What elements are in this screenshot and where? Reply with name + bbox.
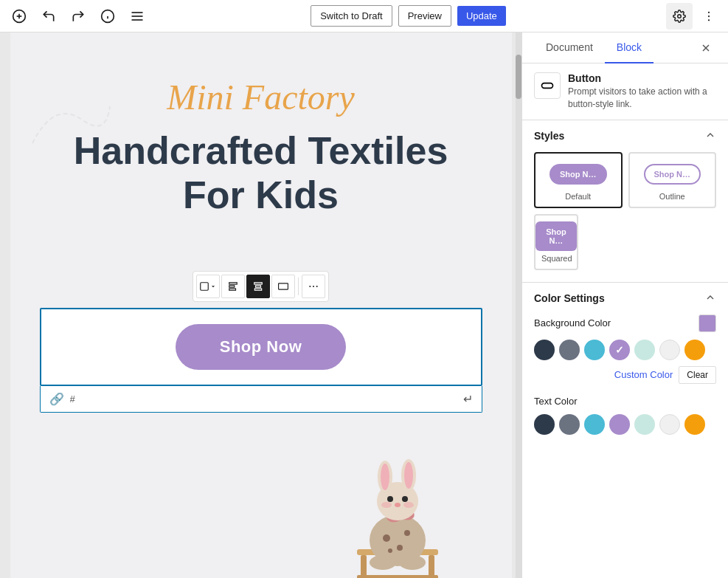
svg-point-30 <box>397 545 403 551</box>
clear-button[interactable]: Clear <box>679 366 716 384</box>
toolbar-more[interactable] <box>302 275 325 298</box>
color-settings-header[interactable]: Color Settings <box>534 283 716 314</box>
svg-rect-18 <box>256 285 261 286</box>
style-option-squared[interactable]: Shop N… Squared <box>534 214 578 270</box>
svg-point-11 <box>708 15 710 16</box>
hero: Mini Factory Handcrafted Textiles For Ki… <box>10 32 512 271</box>
main-area: Mini Factory Handcrafted Textiles For Ki… <box>0 32 728 578</box>
styles-chevron-icon <box>704 129 716 143</box>
tools-button[interactable] <box>124 3 150 30</box>
color-settings-title: Color Settings <box>534 292 605 304</box>
svg-rect-27 <box>357 575 438 578</box>
style-option-default[interactable]: Shop N… Default <box>534 152 623 208</box>
info-button[interactable] <box>94 3 121 30</box>
panel-tabs-group: Document Block <box>534 32 654 63</box>
svg-point-29 <box>383 534 390 542</box>
color-settings-chevron-icon <box>704 292 716 306</box>
style-label-default: Default <box>541 192 615 201</box>
text-color-dot-teal[interactable] <box>584 414 605 435</box>
svg-rect-13 <box>201 282 209 290</box>
color-dot-teal[interactable] <box>584 340 605 360</box>
url-bar: 🔗 ↵ <box>40 386 482 413</box>
color-dot-light-teal[interactable] <box>634 340 655 360</box>
text-color-dot-gray[interactable] <box>559 414 580 435</box>
more-options-button[interactable] <box>696 3 722 30</box>
preview-button[interactable]: Preview <box>398 5 451 27</box>
style-preview-default: Shop N… <box>541 159 615 189</box>
svg-rect-16 <box>229 289 236 290</box>
color-settings-section: Color Settings Background Color <box>522 282 728 453</box>
deco-path <box>25 92 114 151</box>
right-panel: Document Block Button Prompt visitors to… <box>521 32 728 578</box>
background-color-swatch[interactable] <box>698 314 716 332</box>
text-color-dot-purple[interactable] <box>609 414 630 435</box>
tab-document[interactable]: Document <box>534 32 605 63</box>
toolbar-divider <box>298 278 299 295</box>
bunny-illustration <box>342 431 453 578</box>
svg-point-9 <box>678 14 682 18</box>
svg-point-22 <box>313 286 314 287</box>
text-color-row: Text Color <box>534 396 716 407</box>
svg-point-23 <box>316 286 318 287</box>
style-btn-squared-preview: Shop N… <box>535 221 577 251</box>
canvas: Mini Factory Handcrafted Textiles For Ki… <box>0 32 521 578</box>
toolbar-align-center[interactable] <box>246 275 270 298</box>
svg-rect-50 <box>542 83 553 89</box>
top-bar-right <box>666 3 722 30</box>
settings-button[interactable] <box>666 3 693 30</box>
text-color-dot-orange[interactable] <box>684 414 705 435</box>
block-info: Button Prompt visitors to take action wi… <box>522 63 728 120</box>
redo-button[interactable] <box>65 3 91 30</box>
style-btn-outline-preview: Shop N… <box>644 164 701 185</box>
shop-now-button[interactable]: Shop Now <box>176 324 347 370</box>
svg-point-38 <box>381 464 389 490</box>
background-color-actions: Custom Color Clear <box>534 366 716 384</box>
color-dot-white[interactable] <box>659 340 680 360</box>
update-button[interactable]: Update <box>457 6 506 26</box>
text-color-dot-dark-blue[interactable] <box>534 414 555 435</box>
svg-point-31 <box>404 530 410 536</box>
top-bar-center: Switch to Draft Preview Update <box>311 5 506 27</box>
svg-point-32 <box>388 548 392 553</box>
styles-section-header[interactable]: Styles <box>534 120 716 152</box>
svg-point-47 <box>399 555 426 570</box>
tab-block[interactable]: Block <box>605 32 654 63</box>
block-desc: Prompt visitors to take action with a bu… <box>568 86 716 111</box>
undo-button[interactable] <box>35 3 62 30</box>
background-color-palette <box>534 340 716 360</box>
text-color-dot-light-teal[interactable] <box>634 414 655 435</box>
color-dot-dark-blue[interactable] <box>534 340 555 360</box>
block-toolbar <box>193 271 329 302</box>
styles-grid: Shop N… Default Shop N… Outline <box>534 152 716 208</box>
url-input[interactable] <box>70 393 457 405</box>
canvas-scrollbar[interactable] <box>516 32 521 578</box>
svg-rect-19 <box>254 289 261 290</box>
svg-point-21 <box>309 286 311 287</box>
text-color-dot-white[interactable] <box>659 414 680 435</box>
svg-point-44 <box>381 502 392 508</box>
svg-rect-17 <box>254 282 263 283</box>
svg-point-10 <box>708 11 710 13</box>
canvas-inner: Mini Factory Handcrafted Textiles For Ki… <box>10 32 512 578</box>
toolbar-align-wide[interactable] <box>271 275 295 298</box>
button-block: Shop Now <box>40 308 482 386</box>
style-option-outline[interactable]: Shop N… Outline <box>628 152 717 208</box>
top-bar-left <box>6 3 150 30</box>
block-icon <box>534 72 561 99</box>
color-dot-orange[interactable] <box>684 340 705 360</box>
scrollbar-thumb <box>516 55 521 99</box>
link-icon: 🔗 <box>49 392 64 406</box>
panel-close-button[interactable] <box>696 38 716 58</box>
color-dot-gray[interactable] <box>559 340 580 360</box>
toolbar-align-left[interactable] <box>221 275 245 298</box>
switch-to-draft-button[interactable]: Switch to Draft <box>311 5 392 27</box>
bunny-svg <box>342 431 453 578</box>
color-dot-purple[interactable] <box>609 340 630 360</box>
svg-point-40 <box>404 462 413 489</box>
add-block-button[interactable] <box>6 3 32 30</box>
style-preview-squared: Shop N… <box>541 221 571 251</box>
enter-icon: ↵ <box>463 392 473 406</box>
toolbar-block-type[interactable] <box>196 275 220 298</box>
custom-color-button[interactable]: Custom Color <box>614 369 673 380</box>
background-color-row: Background Color <box>534 314 716 332</box>
